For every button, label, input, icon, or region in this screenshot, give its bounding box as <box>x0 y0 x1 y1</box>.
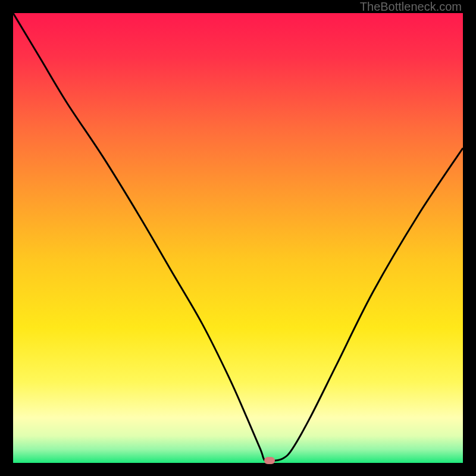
optimum-marker <box>264 457 275 464</box>
chart-area <box>13 13 463 463</box>
watermark-text: TheBottleneck.com <box>360 0 462 14</box>
bottleneck-curve <box>13 13 463 463</box>
